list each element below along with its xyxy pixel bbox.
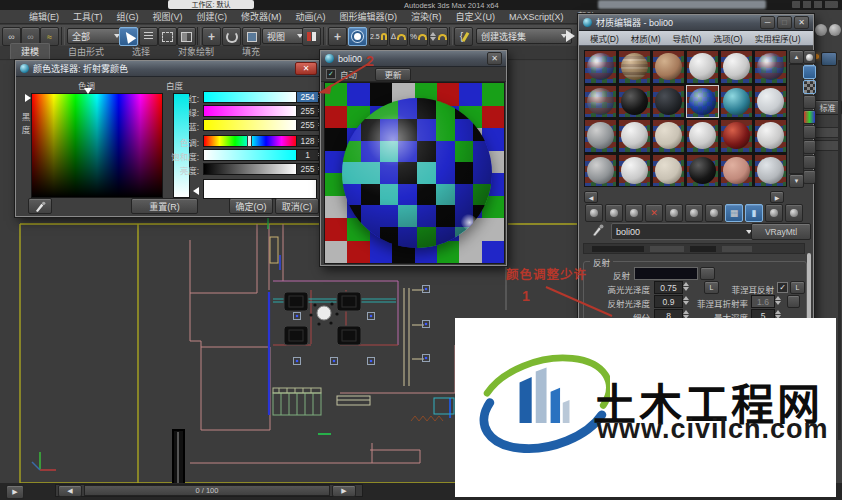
material-slot[interactable] <box>720 154 753 188</box>
color-channel-value[interactable]: 128 <box>296 135 319 147</box>
hilight-gloss-value[interactable]: 0.75 <box>654 281 683 294</box>
fresnel-ior-spinner[interactable] <box>775 295 783 306</box>
material-slot[interactable] <box>618 50 651 84</box>
material-slot[interactable] <box>720 119 753 153</box>
me-menu-item-2[interactable]: 导航(N) <box>668 32 707 44</box>
update-button[interactable]: 更新 <box>375 68 411 81</box>
hilight-gloss-lock-button[interactable]: L <box>704 281 719 294</box>
color-channel-value[interactable]: 1 <box>296 149 319 161</box>
material-slot[interactable] <box>686 50 719 84</box>
minimize-button[interactable]: ─ <box>760 16 775 29</box>
sample-type-sphere-icon[interactable] <box>803 50 816 64</box>
show-map-in-viewport-button[interactable]: ▦ <box>725 204 743 222</box>
material-slot[interactable] <box>720 50 753 84</box>
backlight-icon[interactable] <box>803 65 816 79</box>
material-slot[interactable] <box>618 119 651 153</box>
blackness-marker[interactable] <box>25 94 35 102</box>
panel-scrollbar[interactable] <box>838 60 841 440</box>
get-material-button[interactable] <box>585 204 603 222</box>
refl-gloss-value[interactable]: 0.9 <box>654 295 683 308</box>
color-selector-titlebar[interactable]: 颜色选择器: 折射雾颜色 ✕ <box>16 61 321 77</box>
reflect-map-button[interactable] <box>700 267 715 280</box>
material-slot[interactable] <box>754 85 787 119</box>
eyedropper-icon[interactable] <box>591 223 605 237</box>
me-menu-item-1[interactable]: 材质(M) <box>626 32 666 44</box>
color-channel-value[interactable]: 255 <box>296 105 319 117</box>
close-icon[interactable]: ✕ <box>487 52 502 65</box>
color-channel-value[interactable]: 255 <box>296 119 319 131</box>
whiteness-marker[interactable] <box>189 187 199 195</box>
color-channel-value[interactable]: 254 <box>296 91 319 103</box>
material-slot[interactable] <box>754 119 787 153</box>
make-preview-icon[interactable] <box>803 125 816 139</box>
material-editor-titlebar[interactable]: 材质编辑器 - boli00 ─ □ ✕ <box>579 15 813 31</box>
slots-scrollbar[interactable] <box>789 64 804 174</box>
make-material-copy-button[interactable] <box>665 204 683 222</box>
material-slot[interactable] <box>618 85 651 119</box>
timeline-next-button[interactable]: ▶ <box>332 485 356 497</box>
show-end-result-button[interactable]: ▮ <box>745 204 763 222</box>
put-to-library-button[interactable] <box>685 204 703 222</box>
status-play-button[interactable]: ▶ <box>6 485 24 499</box>
me-menu-item-4[interactable]: 实用程序(U) <box>750 32 806 44</box>
time-slider[interactable]: 0 / 100 <box>84 485 330 496</box>
me-menu-item-3[interactable]: 选项(O) <box>708 32 747 44</box>
refl-gloss-spinner[interactable] <box>683 295 691 306</box>
fresnel-checkbox[interactable]: ✓ <box>777 282 788 293</box>
material-slot[interactable] <box>754 50 787 84</box>
sample-uv-tiling-icon[interactable] <box>803 95 816 109</box>
background-icon[interactable] <box>803 80 816 94</box>
close-icon[interactable]: ✕ <box>295 62 317 75</box>
fresnel-ior-map-button[interactable] <box>787 295 800 308</box>
slots-scroll-down-button[interactable]: ▼ <box>789 174 804 188</box>
color-channel-bar[interactable] <box>203 91 298 103</box>
put-material-to-scene-button[interactable] <box>605 204 623 222</box>
material-slot[interactable] <box>652 85 685 119</box>
hilight-gloss-spinner[interactable] <box>683 281 691 292</box>
maximize-button[interactable]: □ <box>777 16 792 29</box>
material-slot[interactable] <box>652 154 685 188</box>
sample-screen-color-button[interactable] <box>28 198 52 214</box>
material-slot[interactable] <box>584 119 617 153</box>
fresnel-ior-value[interactable]: 1.6 <box>751 295 775 308</box>
panel-map-icon[interactable] <box>821 52 837 66</box>
go-forward-to-sibling-button[interactable] <box>785 204 803 222</box>
material-id-channel-button[interactable] <box>705 204 723 222</box>
slots-scroll-up-button[interactable]: ▲ <box>789 50 804 64</box>
fresnel-lock-button[interactable]: L <box>790 281 805 294</box>
material-slot[interactable] <box>584 154 617 188</box>
video-color-check-icon[interactable] <box>803 110 816 124</box>
material-slot[interactable] <box>686 85 719 119</box>
material-slot[interactable] <box>754 154 787 188</box>
auto-checkbox[interactable]: ✓ <box>326 69 336 79</box>
select-by-material-icon[interactable] <box>803 155 816 169</box>
material-name-dropdown[interactable]: boli00 <box>611 223 757 240</box>
material-slot[interactable] <box>686 119 719 153</box>
color-channel-bar[interactable] <box>203 105 298 117</box>
material-slot[interactable] <box>652 50 685 84</box>
ok-button[interactable]: 确定(O) <box>229 198 273 214</box>
material-slot[interactable] <box>686 154 719 188</box>
rollout-scroll-thumb[interactable] <box>807 253 811 321</box>
timeline-prev-button[interactable]: ◀ <box>58 485 82 497</box>
render-production-icon[interactable] <box>829 24 841 36</box>
preview-titlebar[interactable]: boli00 ✕ <box>321 51 506 67</box>
assign-material-to-selection-button[interactable] <box>625 204 643 222</box>
color-channel-bar[interactable] <box>203 149 298 161</box>
render-setup-icon[interactable] <box>815 24 827 36</box>
material-slot[interactable] <box>720 85 753 119</box>
me-menu-item-0[interactable]: 模式(D) <box>585 32 624 44</box>
close-icon[interactable]: ✕ <box>794 16 809 29</box>
color-channel-bar[interactable] <box>203 119 298 131</box>
material-map-navigator-icon[interactable] <box>803 170 816 184</box>
go-to-parent-button[interactable] <box>765 204 783 222</box>
material-slot[interactable] <box>618 154 651 188</box>
hue-marker[interactable] <box>84 88 92 98</box>
material-slot[interactable] <box>584 85 617 119</box>
material-slot[interactable] <box>584 50 617 84</box>
reset-button[interactable]: 重置(R) <box>131 198 198 214</box>
color-channel-bar[interactable] <box>203 163 298 175</box>
color-channel-value[interactable]: 255 <box>296 163 319 175</box>
cancel-button[interactable]: 取消(C) <box>275 198 319 214</box>
material-type-button[interactable]: VRayMtl <box>751 223 811 240</box>
